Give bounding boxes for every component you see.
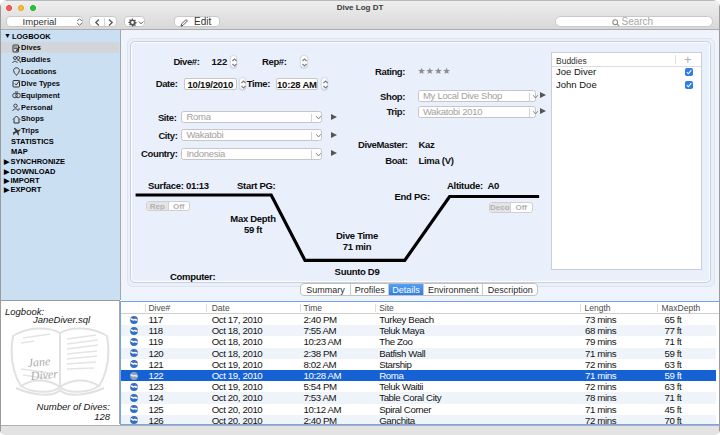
svg-text:Diver: Diver bbox=[29, 367, 59, 383]
